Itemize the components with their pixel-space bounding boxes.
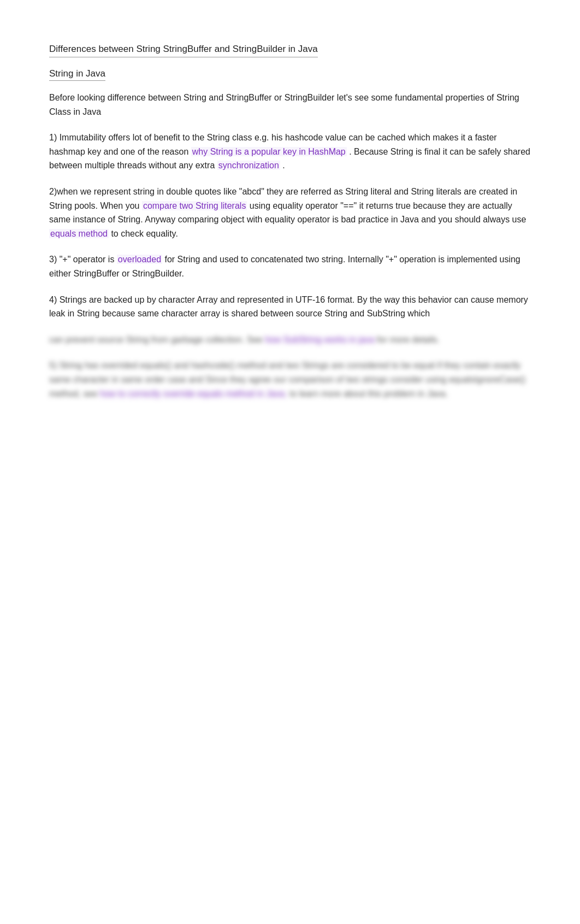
- intro-text: Before looking difference between String…: [49, 93, 519, 116]
- main-title: Differences between String StringBuffer …: [49, 44, 318, 57]
- hashmap-link[interactable]: why String is a popular key in HashMap: [191, 147, 347, 156]
- point2-text-after: to check equality.: [109, 229, 178, 238]
- synchronization-link[interactable]: synchronization: [217, 161, 280, 170]
- override-equals-link: how to correctly override equals method …: [100, 389, 287, 398]
- point4-section: 4) Strings are backed up by character Ar…: [49, 293, 531, 321]
- section-title: String in Java: [49, 68, 105, 81]
- point1-section: 1) Immutability offers lot of benefit to…: [49, 131, 531, 173]
- overloaded-link[interactable]: overloaded: [117, 255, 162, 264]
- point3-section: 3) "+" operator is overloaded for String…: [49, 252, 531, 280]
- page-container: Differences between String StringBuffer …: [0, 0, 580, 456]
- substring-link: how SubString works in java: [265, 335, 375, 344]
- point3-text-before: 3) "+" operator is: [49, 255, 117, 264]
- point1-text-after: .: [280, 161, 285, 170]
- equals-method-link[interactable]: equals method: [49, 229, 109, 238]
- blurred-section-2: 5) String has overrided equals() and has…: [49, 358, 531, 401]
- blurred-section-1: can prevent source String from garbage c…: [49, 333, 531, 347]
- intro-paragraph: Before looking difference between String…: [49, 91, 531, 119]
- point2-section: 2)when we represent string in double quo…: [49, 185, 531, 240]
- point4-text: 4) Strings are backed up by character Ar…: [49, 295, 528, 319]
- compare-strings-link[interactable]: compare two String literals: [142, 201, 247, 210]
